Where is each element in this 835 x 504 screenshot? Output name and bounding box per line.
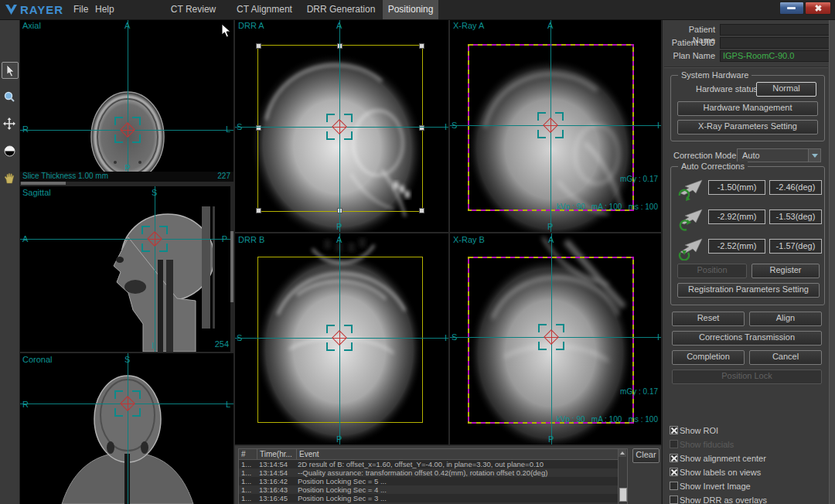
xray-parameters-setting-button[interactable]: X-Ray Parameters Setting <box>677 120 818 135</box>
coronal-viewport[interactable]: Coronal S R L <box>19 353 233 504</box>
show-drr-as-overlays-checkbox[interactable] <box>670 495 678 504</box>
show-alignment-center-checkbox[interactable] <box>670 454 678 462</box>
plan-name-field[interactable]: IGPS-RoomC-90.0 <box>720 50 830 62</box>
cancel-button[interactable]: Cancel <box>749 350 822 365</box>
pointer-icon <box>5 64 15 77</box>
completion-button[interactable]: Completion <box>672 350 745 365</box>
axial-viewport[interactable]: Axial A R L P Slice Thickness 1.00 mm 22… <box>19 19 233 185</box>
tab-ct-alignment[interactable]: CT Alignment <box>229 0 300 19</box>
xray-exposure-info: mGy : 0.17 kVp : 90 mA : 100 ms : 100 <box>557 156 658 230</box>
orientation-left: S <box>452 332 457 342</box>
orientation-right: I <box>657 121 659 130</box>
correction-rotation-3: -1.57(deg) <box>769 239 822 254</box>
hand-tool-button[interactable] <box>2 170 17 186</box>
scrollbar-handle[interactable] <box>619 488 627 502</box>
orientation-top: A <box>548 235 554 244</box>
show-fiducials-checkbox[interactable] <box>670 440 678 448</box>
scrollbar-handle[interactable] <box>21 182 66 185</box>
show-roi-checkbox[interactable] <box>670 426 678 434</box>
log-row[interactable]: 1...13:16:43Position Locking Sec = 4 ... <box>239 485 627 494</box>
system-hardware-group: System Hardware Hardware status Normal H… <box>670 75 825 141</box>
log-header-row: # Time(hr... Event <box>239 449 627 460</box>
orientation-top: A <box>336 21 342 30</box>
position-button[interactable]: Position <box>677 264 747 278</box>
plan-name-label: Plan Name <box>664 50 715 61</box>
correction-mode-dropdown[interactable]: Auto <box>737 148 821 162</box>
drr-b-viewport[interactable]: DRR B A S I P <box>235 233 448 444</box>
alignment-center-marker <box>114 117 141 143</box>
clear-log-button[interactable]: Clear <box>632 448 659 463</box>
exposure-params: kVp : 90 mA : 100 ms : 100 <box>557 415 658 424</box>
tab-ct-review[interactable]: CT Review <box>158 0 228 19</box>
log-header-index: # <box>239 449 257 459</box>
chevron-down-icon[interactable] <box>808 149 820 162</box>
tab-drr-generation[interactable]: DRR Generation <box>301 0 381 19</box>
roi-handle[interactable] <box>419 43 424 49</box>
log-scrollbar[interactable] <box>618 449 627 504</box>
crosshair-vertical <box>128 19 128 185</box>
axial-ct-image <box>19 19 233 185</box>
scroll-up-arrow-icon[interactable] <box>619 449 626 457</box>
menu-bar: RAYER File Help CT Review CT Alignment D… <box>0 0 835 20</box>
tab-positioning[interactable]: Positioning <box>383 0 438 19</box>
roi-handle[interactable] <box>256 43 261 49</box>
show-alignment-center-label: Show alignment center <box>680 454 766 463</box>
magnifier-icon <box>3 90 15 103</box>
couch-correction-icon <box>676 236 704 261</box>
pointer-tool-button[interactable] <box>2 62 19 79</box>
slice-number: 227 <box>217 172 230 180</box>
move-tool-button[interactable] <box>2 116 17 131</box>
log-row[interactable]: 1...13:16:42Position Locking Sec = 5 ... <box>239 477 627 485</box>
xray-b-viewport[interactable]: X-Ray B A S I P mGy : 0.17 kVp : 90 mA :… <box>450 233 661 444</box>
window-level-icon <box>4 145 15 157</box>
viewport-label: DRR B <box>238 235 264 244</box>
axial-slice-scrollbar[interactable] <box>19 182 233 185</box>
log-row[interactable]: 1...13:16:45Position Locking Sec = 3 ... <box>239 494 627 502</box>
register-button[interactable]: Register <box>752 264 820 278</box>
right-panel-scrollbar[interactable] <box>829 19 835 504</box>
logo-text: RAYER <box>20 3 63 16</box>
slice-number: 254 <box>215 339 229 349</box>
orientation-left: S <box>237 333 242 342</box>
dose-value: mGy : 0.17 <box>557 175 658 184</box>
exposure-params: kVp : 90 mA : 100 ms : 100 <box>557 203 658 212</box>
drr-a-viewport[interactable]: DRR A A S I P <box>235 19 448 232</box>
show-drr-as-overlays-label: Show DRR as overlays <box>680 495 767 504</box>
viewport-label: Axial <box>22 21 41 30</box>
orientation-left: A <box>22 234 28 243</box>
left-toolbar <box>0 19 20 504</box>
log-row[interactable]: 1...13:14:54--Quality assurance: transfo… <box>239 468 627 477</box>
patient-uid-field[interactable] <box>720 37 830 49</box>
minimize-button[interactable] <box>779 2 804 15</box>
align-button[interactable]: Align <box>749 312 822 326</box>
sagittal-slice-scrollbar[interactable] <box>230 186 233 352</box>
close-button[interactable] <box>805 2 831 15</box>
logo-icon <box>5 3 18 16</box>
reset-button[interactable]: Reset <box>672 312 745 326</box>
roi-handle[interactable] <box>419 208 424 213</box>
patient-name-field[interactable] <box>720 24 830 36</box>
hardware-management-button[interactable]: Hardware Management <box>677 101 818 116</box>
orientation-top: S <box>152 188 157 197</box>
zoom-tool-button[interactable] <box>2 89 17 104</box>
show-invert-image-checkbox[interactable] <box>670 482 678 490</box>
menu-file[interactable]: File <box>73 4 88 15</box>
window-level-tool-button[interactable] <box>2 143 17 158</box>
xray-a-viewport[interactable]: X-Ray A A S I P mGy : 0.17 kVp : 90 mA :… <box>450 19 661 232</box>
registration-parameters-setting-button[interactable]: Registration Parameters Setting <box>677 283 820 298</box>
couch-correction-icon <box>676 177 704 202</box>
position-lock-button[interactable]: Position Lock <box>672 369 822 384</box>
correction-translation-3: -2.52(mm) <box>708 239 765 254</box>
event-log-table[interactable]: # Time(hr... Event 1...13:14:542D result… <box>238 448 628 504</box>
roi-handle[interactable] <box>256 208 261 213</box>
correction-mode-label: Correction Mode <box>673 151 736 160</box>
alignment-center-marker <box>114 390 141 417</box>
log-row[interactable]: 1...13:14:542D result of B: offset_x=1.6… <box>239 460 627 468</box>
sagittal-viewport[interactable]: Sagittal S A P I 254 <box>19 186 233 352</box>
menu-help[interactable]: Help <box>95 4 114 15</box>
coronal-ct-image <box>19 353 233 504</box>
scrollbar-handle[interactable] <box>230 231 233 302</box>
show-roi-label: Show ROI <box>680 426 718 435</box>
show-labels-on-views-checkbox[interactable] <box>670 468 678 476</box>
corrections-transmission-button[interactable]: Corrections Transmission <box>672 331 822 346</box>
